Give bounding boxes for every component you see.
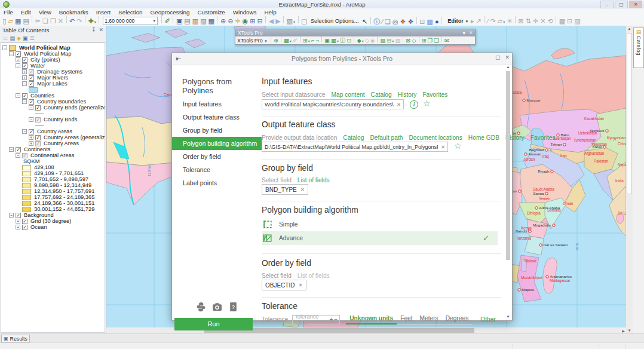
- link-history[interactable]: History: [398, 91, 417, 98]
- xt-pages2-icon[interactable]: ❏: [434, 36, 439, 44]
- collapse-icon[interactable]: −: [22, 81, 27, 86]
- xtools-toolbar-titlebar[interactable]: XTools Pro ▼ ✕: [235, 29, 475, 36]
- xt-diamond-icon[interactable]: ◇: [412, 36, 416, 44]
- sidebar-item-tolerance[interactable]: Tolerance: [172, 163, 257, 176]
- decrement-icon[interactable]: −: [334, 316, 338, 323]
- layer-checkbox[interactable]: ✓: [29, 69, 34, 75]
- catalog-tab[interactable]: ▤ Catalog: [633, 27, 644, 68]
- group-field-tag[interactable]: BND_TYPE ✕: [262, 184, 308, 195]
- xt-import-icon[interactable]: ⊟▾: [387, 36, 394, 44]
- sidebar-item-polygon-building-algorithm[interactable]: Polygon building algorithm: [172, 137, 262, 150]
- editor-toolbar-button[interactable]: Editor ▼: [447, 18, 468, 24]
- collapse-icon[interactable]: −: [2, 45, 7, 50]
- select-elements-icon[interactable]: ↖: [362, 17, 367, 26]
- order-field-tag[interactable]: OBJECTID ✕: [262, 280, 306, 290]
- collapse-icon[interactable]: −: [16, 63, 20, 68]
- rotate-icon[interactable]: ⟲: [547, 17, 553, 25]
- favorite-star-icon[interactable]: ☆: [454, 141, 462, 151]
- xt-geom-icon[interactable]: ⊠: [406, 36, 410, 44]
- delete-icon[interactable]: ✕: [58, 17, 63, 25]
- lake-symbol-swatch[interactable]: [29, 87, 38, 93]
- edit-sketch-icon[interactable]: ✐: [165, 17, 170, 25]
- unit-tab-meters[interactable]: Meters: [416, 314, 442, 324]
- redo-icon[interactable]: ↷: [76, 17, 82, 25]
- output-location-field[interactable]: D:\GIS-DATA\ExtractMap\World Political M…: [262, 142, 448, 152]
- vertical-scrollbar[interactable]: ▲ ▼: [626, 26, 633, 333]
- link-document-locations[interactable]: Document locations: [409, 134, 462, 141]
- zoom-out-icon[interactable]: ⊖: [228, 17, 233, 25]
- menu-geoprocessing[interactable]: Geoprocessing: [151, 9, 190, 16]
- link-favorites[interactable]: Favorites: [530, 134, 556, 141]
- midpoint-icon[interactable]: ✛: [533, 17, 538, 25]
- line-symbol-swatch[interactable]: [35, 125, 44, 126]
- menu-edit[interactable]: Edit: [21, 9, 31, 16]
- list-of-fields-link[interactable]: List of fields: [298, 177, 330, 183]
- results-tab[interactable]: ▣ Results: [1, 335, 30, 342]
- save-icon[interactable]: ▦: [15, 17, 21, 25]
- layer-checkbox[interactable]: ✓: [29, 75, 34, 81]
- table-icon[interactable]: ▥: [192, 17, 198, 25]
- close-button[interactable]: ✕: [629, 1, 642, 8]
- zoom-in-icon[interactable]: ⊕: [220, 17, 226, 25]
- collapse-icon[interactable]: −: [29, 117, 33, 122]
- toc-layer[interactable]: +✓Drainage Systems: [1, 69, 105, 75]
- scroll-up-arrow-icon[interactable]: ▲: [505, 65, 511, 69]
- class-symbol-swatch[interactable]: [22, 207, 31, 212]
- close-icon[interactable]: ✕: [469, 30, 473, 35]
- scroll-right-arrow-icon[interactable]: ▶: [621, 329, 626, 333]
- measure-icon[interactable]: ∕: [382, 17, 383, 26]
- list-by-source-icon[interactable]: ▤: [10, 34, 16, 42]
- toc-layer[interactable]: −✓Country Bnds (generalized): [1, 105, 105, 111]
- xt-extent-icon[interactable]: ⊞: [422, 36, 427, 44]
- menu-file[interactable]: File: [4, 9, 13, 16]
- dialog-scrollbar-thumb[interactable]: [506, 71, 510, 260]
- identify-icon[interactable]: ⓘ: [373, 17, 380, 26]
- toc-layer[interactable]: −✓Water: [1, 63, 105, 69]
- layer-checkbox[interactable]: ✓: [22, 153, 27, 158]
- toc-layer[interactable]: −✓Continental Areas: [1, 152, 105, 158]
- data-view-icon[interactable]: ▣: [176, 17, 182, 25]
- expand-icon[interactable]: +: [29, 135, 33, 140]
- layer-checkbox[interactable]: ✓: [29, 129, 34, 134]
- arc-segment-icon[interactable]: ↷: [490, 17, 496, 25]
- layer-checkbox[interactable]: ✓: [29, 99, 34, 105]
- toc-layer[interactable]: −✓Country Boundaries: [1, 99, 105, 105]
- line-symbol-swatch[interactable]: [35, 114, 44, 114]
- remove-tag-icon[interactable]: ✕: [298, 282, 302, 288]
- menu-bookmarks[interactable]: Bookmarks: [59, 9, 88, 16]
- expand-icon[interactable]: +: [22, 69, 27, 74]
- class-symbol-swatch[interactable]: [22, 165, 31, 170]
- xt-catalog-icon[interactable]: ▥: [395, 36, 400, 44]
- tolerance-input[interactable]: Tolerance value + −: [292, 315, 340, 324]
- intersect-icon[interactable]: ✕: [540, 17, 545, 25]
- pan-icon[interactable]: ✛: [235, 17, 240, 25]
- toc-layer[interactable]: +✓Ocean: [1, 224, 105, 230]
- xt-select-icon[interactable]: ▣: [324, 36, 330, 44]
- clear-icon[interactable]: ✕: [441, 144, 445, 150]
- toc-field[interactable]: SQKM: [1, 158, 105, 164]
- full-extent-icon[interactable]: ◉: [243, 17, 249, 25]
- xt-export-icon[interactable]: ▤: [380, 36, 385, 44]
- unit-tab-feet[interactable]: Feet: [397, 314, 416, 324]
- class-symbol-swatch[interactable]: [22, 171, 31, 176]
- scroll-down-arrow-icon[interactable]: ▼: [505, 315, 511, 319]
- paste-icon[interactable]: ❐: [50, 17, 56, 25]
- open-folder-icon[interactable]: ▱: [8, 17, 13, 25]
- xt-info-icon[interactable]: ⓘ: [340, 36, 346, 44]
- collapse-icon[interactable]: −: [22, 129, 27, 134]
- layer-checkbox[interactable]: ✓: [22, 93, 27, 99]
- cut-icon[interactable]: ✂: [35, 17, 41, 25]
- toc-layer[interactable]: −✓Country Bnds: [1, 117, 105, 123]
- xt-overlay-icon[interactable]: ▩▾: [331, 36, 339, 44]
- fixed-zoom-out-icon[interactable]: ⊟: [257, 17, 262, 25]
- link-map-content[interactable]: Map content: [331, 91, 364, 98]
- collapse-icon[interactable]: −: [9, 147, 14, 152]
- layer-checkbox[interactable]: ✓: [16, 51, 21, 57]
- sidebar-item-order-by-field[interactable]: Order by field: [172, 150, 257, 163]
- favorite-star-icon[interactable]: ☆: [423, 99, 431, 108]
- collapse-icon[interactable]: −: [22, 99, 27, 104]
- expand-icon[interactable]: +: [16, 219, 20, 224]
- toc-swatch-line[interactable]: [1, 123, 105, 128]
- time-slider-icon[interactable]: ⊡: [419, 17, 425, 26]
- help-icon[interactable]: ?: [228, 302, 238, 312]
